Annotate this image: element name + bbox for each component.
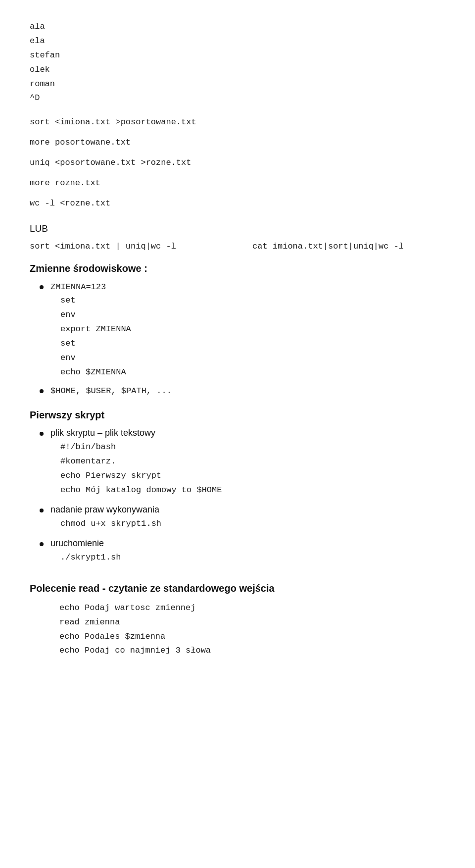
code-echo-podaj3: echo Podaj co najmniej 3 słowa xyxy=(59,644,445,658)
code-shebang: #!/bin/bash xyxy=(60,440,445,455)
zmienne-heading-section: Zmienne środowiskowe : xyxy=(30,263,445,274)
initial-line-ela: ela xyxy=(30,34,445,49)
pierwszy-item-2-content: nadanie praw wykonywania chmod u+x skryp… xyxy=(50,505,445,531)
code-echo-pierwszy: echo Pierwszy skrypt xyxy=(60,469,445,483)
lub-label: LUB xyxy=(30,221,445,237)
code-env-2: env xyxy=(60,351,445,365)
zmienne-heading: Zmienne środowiskowe : xyxy=(30,263,147,274)
cat-col: cat imiona.txt|sort|uniq|wc -l xyxy=(252,241,445,251)
two-col-section: sort <imiona.txt | uniq|wc -l cat imiona… xyxy=(30,241,445,251)
code-echo-katalog: echo Mój katalog domowy to $HOME xyxy=(60,483,445,498)
code-chmod: chmod u+x skrypt1.sh xyxy=(60,517,445,531)
code-set-1: set xyxy=(60,294,445,308)
zmienne-item-1: ZMIENNA=123 set env export ZMIENNA set e… xyxy=(40,281,445,379)
sort-line: sort <imiona.txt | uniq|wc -l xyxy=(30,242,176,251)
bullet-dot-3 xyxy=(40,432,44,436)
zmienne-item-1-label: ZMIENNA=123 xyxy=(50,282,106,292)
cmd-wc: wc -l <rozne.txt xyxy=(30,197,445,211)
pierwszy-item-2: nadanie praw wykonywania chmod u+x skryp… xyxy=(40,505,445,531)
cmd-sort: sort <imiona.txt >posortowane.txt xyxy=(30,115,445,130)
initial-line-ctrlD: ^D xyxy=(30,91,445,105)
pierwszy-item-2-code: chmod u+x skrypt1.sh xyxy=(60,517,445,531)
polecenie-heading-section: Polecenie read - czytanie ze standardowe… xyxy=(30,583,445,594)
zmienne-item-2-content: $HOME, $USER, $PATH, ... xyxy=(50,385,445,396)
code-env-1: env xyxy=(60,308,445,322)
pierwszy-item-3-code: ./skrypt1.sh xyxy=(60,551,445,565)
pierwszy-item-1: plik skryptu – plik tekstowy #!/bin/bash… xyxy=(40,428,445,498)
code-export: export ZMIENNA xyxy=(60,322,445,337)
lub-section: LUB sort <imiona.txt | uniq|wc -l cat im… xyxy=(30,221,445,251)
pierwszy-heading: Pierwszy skrypt xyxy=(30,409,104,420)
bullet-dot-1 xyxy=(40,285,44,289)
cmd-more1: more posortowane.txt xyxy=(30,136,445,150)
zmienne-item-2: $HOME, $USER, $PATH, ... xyxy=(40,385,445,396)
bullet-dot-4 xyxy=(40,509,44,512)
pierwszy-bullets: plik skryptu – plik tekstowy #!/bin/bash… xyxy=(30,428,445,564)
pierwszy-item-2-label: nadanie praw wykonywania xyxy=(50,505,159,514)
initial-line-ala: ala xyxy=(30,20,445,34)
polecenie-code-section: echo Podaj wartosc zmiennej read zmienna… xyxy=(59,601,445,659)
code-read: read zmienna xyxy=(59,615,445,630)
zmienne-item-2-label: $HOME, $USER, $PATH, ... xyxy=(50,386,172,396)
code-set-2: set xyxy=(60,337,445,351)
pierwszy-item-3: uruchomienie ./skrypt1.sh xyxy=(40,538,445,565)
pierwszy-item-3-content: uruchomienie ./skrypt1.sh xyxy=(50,538,445,565)
zmienne-bullets: ZMIENNA=123 set env export ZMIENNA set e… xyxy=(30,281,445,396)
bullet-dot-2 xyxy=(40,389,44,393)
initial-line-stefan: stefan xyxy=(30,49,445,63)
code-echo-podales: echo Podales $zmienna xyxy=(59,630,445,644)
code-komentarz: #komentarz. xyxy=(60,455,445,469)
zmienne-item-1-content: ZMIENNA=123 set env export ZMIENNA set e… xyxy=(50,281,445,379)
polecenie-heading: Polecenie read - czytanie ze standardowe… xyxy=(30,583,275,594)
code-echo-zmienna: echo $ZMIENNA xyxy=(60,365,445,380)
bullet-dot-5 xyxy=(40,542,44,546)
zmienne-item-1-code: set env export ZMIENNA set env echo $ZMI… xyxy=(60,294,445,379)
pierwszy-heading-section: Pierwszy skrypt xyxy=(30,409,445,421)
pierwszy-item-1-content: plik skryptu – plik tekstowy #!/bin/bash… xyxy=(50,428,445,498)
commands-section: sort <imiona.txt >posortowane.txt more p… xyxy=(30,115,445,210)
initial-lines-section: ala ela stefan olek roman ^D xyxy=(30,20,445,105)
initial-line-olek: olek xyxy=(30,63,445,77)
pierwszy-item-1-code: #!/bin/bash #komentarz. echo Pierwszy sk… xyxy=(60,440,445,498)
cmd-more2: more rozne.txt xyxy=(30,176,445,191)
initial-line-roman: roman xyxy=(30,77,445,92)
cmd-uniq: uniq <posortowane.txt >rozne.txt xyxy=(30,156,445,170)
pierwszy-item-3-label: uruchomienie xyxy=(50,538,104,548)
pierwszy-item-1-label: plik skryptu – plik tekstowy xyxy=(50,428,155,438)
code-echo-podaj: echo Podaj wartosc zmiennej xyxy=(59,601,445,615)
code-run: ./skrypt1.sh xyxy=(60,551,445,565)
cat-line: cat imiona.txt|sort|uniq|wc -l xyxy=(252,242,404,251)
sort-col: sort <imiona.txt | uniq|wc -l xyxy=(30,241,223,251)
